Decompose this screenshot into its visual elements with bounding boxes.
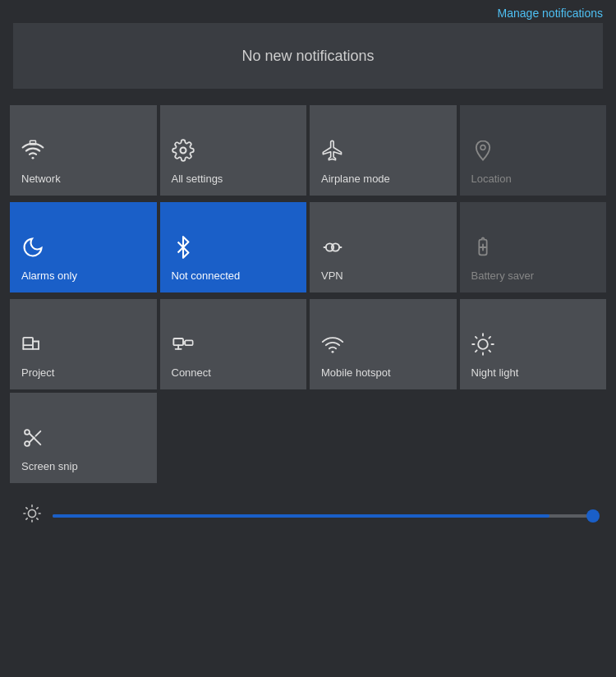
tile-connect-label: Connect (172, 366, 211, 380)
svg-rect-10 (23, 338, 33, 345)
svg-point-22 (478, 340, 488, 350)
tile-bluetooth-label: Not connected (172, 269, 241, 283)
project-icon (21, 333, 44, 360)
brightness-slider-fill (53, 514, 549, 518)
svg-rect-17 (185, 341, 192, 346)
nightlight-icon (471, 333, 494, 360)
tiles-row2: Alarms only Not connected VPN (7, 199, 609, 296)
tile-vpn-label: VPN (321, 269, 343, 283)
location-icon (471, 139, 494, 166)
svg-line-33 (30, 434, 40, 444)
tile-project[interactable]: Project (10, 299, 157, 389)
svg-rect-1 (30, 141, 36, 145)
svg-point-3 (480, 145, 485, 150)
tile-battery-saver-label: Battery saver (471, 269, 535, 283)
connect-icon (172, 333, 195, 360)
tile-all-settings[interactable]: All settings (160, 105, 307, 196)
tile-screen-snip[interactable]: Screen snip (10, 393, 157, 483)
tiles-row3: Project Connect Mobile hotspot (7, 296, 609, 393)
vpn-icon (321, 236, 344, 263)
svg-line-39 (26, 508, 27, 509)
manage-notifications-link[interactable]: Manage notifications (498, 7, 603, 20)
svg-line-44 (37, 508, 38, 509)
notification-text: No new notifications (241, 48, 374, 65)
tile-night-light[interactable]: Night light (460, 299, 607, 389)
top-bar: Manage notifications (0, 0, 616, 23)
svg-line-40 (37, 518, 38, 519)
battery-saver-icon (471, 236, 494, 263)
svg-point-36 (28, 509, 35, 517)
svg-line-25 (475, 337, 476, 338)
tile-night-light-label: Night light (471, 366, 519, 380)
empty-tile-2 (310, 393, 457, 483)
tile-mobile-hotspot[interactable]: Mobile hotspot (310, 299, 457, 389)
tile-location[interactable]: Location (460, 105, 607, 196)
tile-airplane-mode-label: Airplane mode (321, 173, 390, 186)
svg-line-43 (26, 518, 27, 519)
svg-line-30 (489, 337, 490, 338)
svg-line-29 (475, 351, 476, 352)
tiles-row4: Screen snip (7, 393, 609, 486)
bluetooth-icon (172, 236, 195, 263)
tile-battery-saver[interactable]: Battery saver (460, 202, 607, 292)
snip-icon (21, 426, 44, 454)
tile-vpn[interactable]: VPN (310, 202, 457, 292)
brightness-slider-track[interactable] (53, 514, 593, 518)
tile-network[interactable]: Network (10, 105, 157, 196)
brightness-icon (23, 504, 41, 527)
tile-connect[interactable]: Connect (160, 299, 307, 389)
brightness-bar (7, 490, 609, 541)
tile-location-label: Location (471, 173, 512, 186)
tile-airplane-mode[interactable]: Airplane mode (310, 105, 457, 196)
notification-box: No new notifications (13, 23, 603, 89)
hotspot-icon (321, 333, 344, 360)
tile-project-label: Project (21, 366, 54, 380)
empty-tile-3 (460, 393, 607, 483)
svg-rect-16 (173, 338, 183, 345)
tile-bluetooth[interactable]: Not connected (160, 202, 307, 292)
settings-icon (172, 139, 195, 166)
moon-icon (21, 236, 44, 263)
tile-alarms-only[interactable]: Alarms only (10, 202, 157, 292)
tile-network-label: Network (21, 173, 61, 186)
brightness-slider-thumb[interactable] (586, 509, 600, 523)
tile-alarms-only-label: Alarms only (21, 269, 77, 283)
svg-line-34 (30, 438, 34, 443)
tiles-row1: Network All settings Airplane mode (7, 102, 609, 199)
network-icon (21, 139, 44, 166)
svg-line-26 (489, 351, 490, 352)
tile-mobile-hotspot-label: Mobile hotspot (321, 366, 391, 380)
svg-line-35 (36, 431, 41, 436)
tile-screen-snip-label: Screen snip (21, 460, 78, 473)
tile-all-settings-label: All settings (172, 173, 223, 186)
empty-tile-1 (160, 393, 307, 483)
svg-point-2 (180, 148, 186, 154)
airplane-icon (321, 139, 344, 166)
